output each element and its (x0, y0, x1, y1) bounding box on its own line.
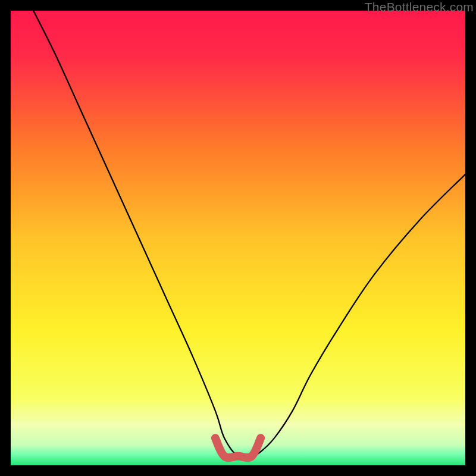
watermark-text: TheBottleneck.com (365, 0, 474, 14)
chart-frame (11, 11, 465, 465)
bottleneck-chart (11, 11, 465, 465)
gradient-background (11, 11, 465, 465)
